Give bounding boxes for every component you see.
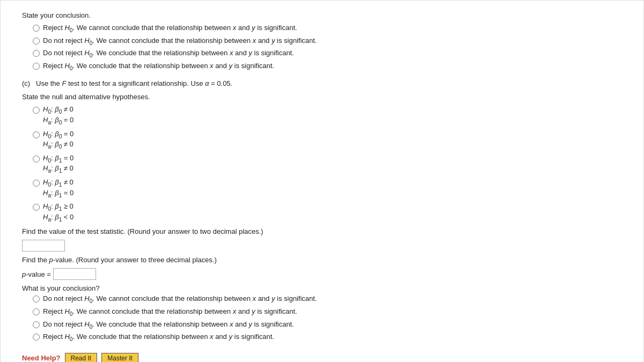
conclusion-c-option-2-label: Reject H0. We cannot conclude that the r… (43, 307, 297, 317)
state-conclusion-section: State your conclusion. Reject H0. We can… (22, 11, 622, 71)
hypothesis-lines-2: H0: β0 = 0 Ha: β0 ≠ 0 (43, 130, 74, 150)
conclusion-c-option-4[interactable]: Reject H0. We conclude that the relation… (33, 333, 622, 342)
read-it-button[interactable]: Read It (65, 353, 98, 362)
find-pvalue-label: Find the p-value. (Round your answer to … (22, 256, 622, 264)
test-stat-input-row (22, 240, 622, 252)
conclusion-option-2-label: Do not reject H0. We cannot conclude tha… (43, 36, 317, 46)
hypothesis-lines-3: H0: β1 = 0 Ha: β1 ≠ 0 (43, 154, 74, 174)
conclusion-option-1[interactable]: Reject H0. We cannot conclude that the r… (33, 24, 622, 33)
conclusion-radio-group: Reject H0. We cannot conclude that the r… (33, 24, 622, 71)
pvalue-input[interactable] (53, 268, 96, 280)
hypothesis-option-1: H0: β0 ≠ 0 Ha: β0 = 0 (33, 105, 622, 125)
conclusion-option-1-label: Reject H0. We cannot conclude that the r… (43, 24, 297, 33)
test-stat-input[interactable] (22, 240, 65, 252)
conclusion-c-option-1-label: Do not reject H0. We cannot conclude tha… (43, 294, 317, 304)
hypothesis-option-2: H0: β0 = 0 Ha: β0 ≠ 0 (33, 130, 622, 150)
hypothesis-radio-4[interactable] (33, 180, 40, 187)
conclusion-c-option-2[interactable]: Reject H0. We cannot conclude that the r… (33, 307, 622, 317)
ha-line-4: Ha: β1 = 0 (43, 189, 74, 198)
conclusion-c-option-3[interactable]: Do not reject H0. We conclude that the r… (33, 320, 622, 330)
conclusion-c-option-1[interactable]: Do not reject H0. We cannot conclude tha… (33, 294, 622, 304)
hypothesis-option-3: H0: β1 = 0 Ha: β1 ≠ 0 (33, 154, 622, 174)
conclusion-option-3-label: Do not reject H0. We conclude that the r… (43, 49, 294, 58)
ha-line-2: Ha: β0 ≠ 0 (43, 140, 74, 150)
hypothesis-lines-1: H0: β0 ≠ 0 Ha: β0 = 0 (43, 105, 74, 125)
h0-line-4: H0: β1 ≠ 0 (43, 178, 74, 188)
find-test-stat-label: Find the value of the test statistic. (R… (22, 227, 622, 235)
conclusion-c-option-4-label: Reject H0. We conclude that the relation… (43, 333, 274, 342)
main-content: State your conclusion. Reject H0. We can… (0, 0, 644, 362)
conclusion-c-radio-group: Do not reject H0. We cannot conclude tha… (33, 294, 622, 342)
need-help-label: Need Help? (22, 354, 61, 362)
need-help-section: Need Help? Read It Master It (22, 353, 622, 362)
h0-line-5: H0: β1 ≥ 0 (43, 202, 74, 212)
part-c-section: (c) Use the F test to test for a signifi… (22, 79, 622, 362)
conclusion-radio-2[interactable] (33, 38, 40, 45)
conclusion-c-radio-3[interactable] (33, 321, 40, 328)
hypothesis-option-5: H0: β1 ≥ 0 Ha: β1 < 0 (33, 202, 622, 222)
pvalue-prefix-label: p-value = (22, 270, 51, 278)
hypothesis-lines-4: H0: β1 ≠ 0 Ha: β1 = 0 (43, 178, 74, 198)
conclusion-radio-4[interactable] (33, 63, 40, 70)
state-hypotheses-label: State the null and alternative hypothese… (22, 93, 622, 101)
conclusion-c-radio-2[interactable] (33, 308, 40, 315)
test-stat-section: Find the value of the test statistic. (R… (22, 227, 622, 252)
hypothesis-lines-5: H0: β1 ≥ 0 Ha: β1 < 0 (43, 202, 74, 222)
what-conclusion-label: What is your conclusion? (22, 284, 622, 292)
conclusion-c-section: What is your conclusion? Do not reject H… (22, 284, 622, 342)
conclusion-label: State your conclusion. (22, 11, 622, 19)
conclusion-c-option-3-label: Do not reject H0. We conclude that the r… (43, 320, 294, 330)
h0-line-2: H0: β0 = 0 (43, 130, 74, 139)
hypothesis-radio-2[interactable] (33, 131, 40, 138)
h0-line-3: H0: β1 = 0 (43, 154, 74, 164)
conclusion-c-radio-1[interactable] (33, 295, 40, 302)
conclusion-radio-1[interactable] (33, 25, 40, 32)
ha-line-3: Ha: β1 ≠ 0 (43, 164, 74, 174)
conclusion-option-4[interactable]: Reject H0. We conclude that the relation… (33, 62, 622, 71)
pvalue-row: p-value = (22, 268, 622, 280)
conclusion-radio-3[interactable] (33, 50, 40, 57)
h0-line-1: H0: β0 ≠ 0 (43, 105, 74, 115)
part-c-label: (c) Use the F test to test for a signifi… (22, 79, 622, 87)
conclusion-c-radio-4[interactable] (33, 334, 40, 341)
hypothesis-radio-3[interactable] (33, 156, 40, 162)
master-it-button[interactable]: Master It (101, 353, 138, 362)
pvalue-section: Find the p-value. (Round your answer to … (22, 256, 622, 280)
conclusion-option-3[interactable]: Do not reject H0. We conclude that the r… (33, 49, 622, 58)
conclusion-option-2[interactable]: Do not reject H0. We cannot conclude tha… (33, 36, 622, 46)
conclusion-option-4-label: Reject H0. We conclude that the relation… (43, 62, 274, 71)
hypothesis-group: H0: β0 ≠ 0 Ha: β0 = 0 H0: β0 = 0 Ha: β0 … (33, 105, 622, 222)
hypothesis-radio-5[interactable] (33, 204, 40, 211)
ha-line-1: Ha: β0 = 0 (43, 116, 74, 125)
hypothesis-option-4: H0: β1 ≠ 0 Ha: β1 = 0 (33, 178, 622, 198)
ha-line-5: Ha: β1 < 0 (43, 213, 74, 223)
hypothesis-radio-1[interactable] (33, 107, 40, 114)
